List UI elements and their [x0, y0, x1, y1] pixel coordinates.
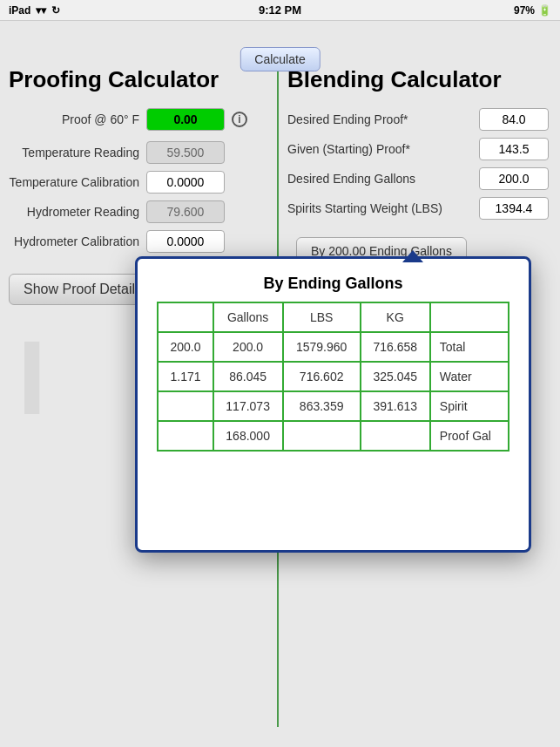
cell-3-3 — [361, 421, 430, 451]
cell-3-2 — [283, 421, 361, 451]
given-starting-proof-row: Given (Starting) Proof* — [287, 138, 549, 160]
table-row: 200.0200.01579.960716.658Total — [158, 332, 508, 362]
desired-ending-proof-input[interactable] — [479, 108, 549, 131]
desired-ending-gallons-label: Desired Ending Gallons — [287, 172, 415, 186]
col-header-empty2 — [430, 302, 509, 332]
given-starting-proof-input[interactable] — [479, 138, 549, 160]
spirits-starting-weight-input[interactable] — [479, 197, 549, 220]
cell-0-0: 200.0 — [158, 332, 213, 362]
desired-ending-proof-row: Desired Ending Proof* — [287, 108, 549, 131]
hydro-reading-row: Hydrometer Reading — [9, 200, 225, 223]
proof-label: Proof @ 60° F — [26, 112, 139, 126]
row-label: Proof Gal — [430, 421, 509, 451]
temp-calibration-row: Temperature Calibration — [9, 171, 225, 194]
modal-chevron — [402, 250, 423, 262]
battery-icon: 🔋 — [538, 4, 551, 17]
col-header-kg: KG — [361, 302, 430, 332]
results-table: Gallons LBS KG 200.0200.01579.960716.658… — [157, 302, 509, 452]
temp-calibration-label: Temperature Calibration — [9, 175, 139, 189]
spirits-starting-weight-row: Spirits Starting Weight (LBS) — [287, 197, 549, 220]
table-row: 1.17186.045716.602325.045Water — [158, 362, 508, 391]
cell-0-3: 716.658 — [361, 332, 430, 362]
desired-ending-proof-label: Desired Ending Proof* — [287, 112, 408, 126]
wifi-icon: ▾▾ — [36, 4, 46, 17]
hydro-calibration-label: Hydrometer Calibration — [9, 234, 139, 248]
cell-2-3: 391.613 — [361, 391, 430, 421]
col-header-gallons: Gallons — [213, 302, 283, 332]
row-label: Water — [430, 362, 509, 391]
calculate-button[interactable]: Calculate — [240, 47, 320, 71]
status-bar: iPad ▾▾ ↻ 9:12 PM 97% 🔋 — [0, 0, 560, 21]
temp-reading-input[interactable] — [146, 141, 225, 164]
refresh-icon: ↻ — [51, 4, 60, 17]
spirits-starting-weight-label: Spirits Starting Weight (LBS) — [287, 201, 442, 215]
desired-ending-gallons-input[interactable] — [479, 167, 549, 190]
hydro-calibration-row: Hydrometer Calibration — [9, 230, 225, 253]
cell-1-3: 325.045 — [361, 362, 430, 391]
cell-1-0: 1.171 — [158, 362, 213, 391]
cell-2-1: 117.073 — [213, 391, 283, 421]
status-time: 9:12 PM — [259, 3, 301, 17]
row-label: Total — [430, 332, 509, 362]
cell-2-2: 863.359 — [283, 391, 361, 421]
desired-ending-gallons-row: Desired Ending Gallons — [287, 167, 549, 190]
cell-3-1: 168.000 — [213, 421, 283, 451]
proofing-header: Proofing Calculator — [9, 66, 219, 93]
proof-row: Proof @ 60° F i — [26, 108, 247, 131]
given-starting-proof-label: Given (Starting) Proof* — [287, 142, 410, 156]
cell-3-0 — [158, 421, 213, 451]
battery-pct: 97% — [514, 4, 535, 17]
hydro-reading-label: Hydrometer Reading — [9, 205, 139, 219]
row-label: Spirit — [430, 391, 509, 421]
temp-calibration-input[interactable] — [146, 171, 225, 194]
cell-1-1: 86.045 — [213, 362, 283, 391]
table-body: 200.0200.01579.960716.658Total1.17186.04… — [158, 332, 508, 451]
cell-2-0 — [158, 391, 213, 421]
main-content: Calculate Proofing Calculator Blending C… — [0, 21, 560, 747]
cell-0-1: 200.0 — [213, 332, 283, 362]
hydro-calibration-input[interactable] — [146, 230, 225, 253]
temp-reading-label: Temperature Reading — [9, 146, 139, 160]
device-label: iPad — [9, 4, 30, 17]
temp-reading-row: Temperature Reading — [9, 141, 225, 164]
results-modal: By Ending Gallons Gallons LBS KG 200.020… — [135, 256, 531, 553]
proof-input[interactable] — [146, 108, 225, 131]
col-header-empty1 — [158, 302, 213, 332]
col-header-lbs: LBS — [283, 302, 361, 332]
cell-0-2: 1579.960 — [283, 332, 361, 362]
info-icon[interactable]: i — [232, 112, 247, 127]
cell-1-2: 716.602 — [283, 362, 361, 391]
placeholder-i: I — [17, 317, 46, 438]
status-left: iPad ▾▾ ↻ — [9, 4, 60, 17]
status-right: 97% 🔋 — [514, 4, 551, 17]
table-row: 168.000Proof Gal — [158, 421, 508, 451]
modal-title: By Ending Gallons — [138, 259, 529, 302]
table-row: 117.073863.359391.613Spirit — [158, 391, 508, 421]
hydro-reading-input[interactable] — [146, 200, 225, 223]
calculate-btn-container: Calculate — [240, 47, 320, 71]
